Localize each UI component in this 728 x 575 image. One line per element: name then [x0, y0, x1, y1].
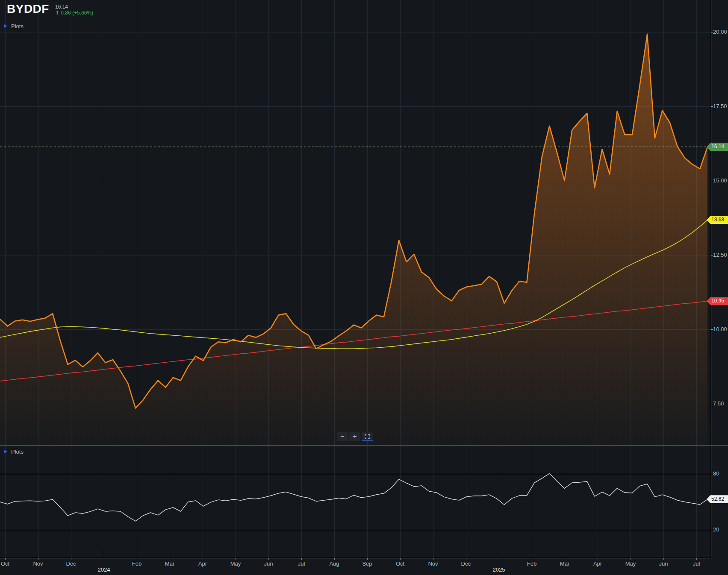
zoom-toolbar: − +: [337, 432, 373, 441]
time-axis-month-label: May: [625, 560, 636, 567]
price-axis-tick-label: 12.50: [713, 252, 727, 258]
time-axis-month-label: Aug: [329, 560, 339, 567]
time-axis-month-label: Jun: [659, 560, 668, 567]
price-label-pill-oscillator-last: 52.62: [707, 495, 728, 503]
time-axis-month-label: Apr: [198, 560, 207, 567]
main-pane-legend-label: Plots: [11, 23, 24, 29]
zoom-out-icon: −: [340, 433, 344, 440]
up-arrow-icon: ⬆: [55, 10, 59, 16]
time-axis-month-label: Dec: [66, 560, 76, 567]
price-label-pill-ma-fast: 13.68: [707, 216, 728, 224]
chart-window: BYDDF 16.14 ⬆ 0.86 (+5.66%) Plots Plots …: [0, 0, 728, 575]
quote-change: ⬆ 0.86 (+5.66%): [55, 10, 93, 16]
symbol-title: BYDDF: [7, 3, 49, 15]
oscillator-axis-tick-label: 20: [713, 526, 719, 533]
price-axis-tick-label: 15.00: [713, 177, 727, 184]
lower-pane-legend[interactable]: Plots: [4, 448, 24, 455]
main-pane-legend[interactable]: Plots: [4, 23, 24, 29]
zoom-in-button[interactable]: +: [349, 432, 360, 441]
quote-block: 16.14 ⬆ 0.86 (+5.66%): [55, 3, 93, 16]
reset-scale-button[interactable]: [362, 432, 373, 441]
quote-last-price: 16.14: [55, 4, 93, 10]
plots-expand-icon[interactable]: [4, 24, 7, 28]
time-axis-month-label: Mar: [560, 560, 569, 567]
price-axis-tick-label: 17.50: [713, 103, 727, 110]
time-axis-month-label: Jul: [693, 560, 700, 567]
oscillator-series: [0, 473, 707, 521]
time-axis-month-label: Oct: [396, 560, 404, 567]
oscillator-axis-tick-label: 80: [713, 470, 719, 477]
time-axis-month-label: Nov: [428, 560, 438, 567]
zoom-out-button[interactable]: −: [337, 432, 348, 441]
time-axis-month-label: Dec: [461, 560, 471, 567]
time-axis-month-label: Jun: [264, 560, 273, 567]
time-axis-month-label: Jul: [298, 560, 305, 567]
time-axis-month-label: Oct: [1, 560, 9, 567]
price-axis-tick-label: 10.00: [713, 326, 727, 333]
time-axis-month-label: Nov: [33, 560, 43, 567]
time-axis-year-label: 2025: [493, 566, 505, 573]
time-axis-year-label: 2024: [98, 566, 110, 573]
active-tool-indicator: [362, 440, 373, 441]
price-label-pill-ma-slow: 10.95: [707, 297, 728, 305]
plots-expand-icon[interactable]: [4, 450, 7, 453]
price-label-pill-last-price: 16.14: [707, 143, 728, 151]
chart-canvas[interactable]: [0, 0, 728, 575]
zoom-in-icon: +: [353, 433, 357, 440]
time-axis-month-label: Mar: [165, 560, 174, 567]
expand-icon: [365, 434, 370, 439]
time-axis-month-label: Apr: [593, 560, 602, 567]
time-axis-month-label: Feb: [527, 560, 536, 567]
time-axis-month-label: May: [230, 560, 241, 567]
price-axis-tick-label: 7.50: [713, 400, 724, 407]
price-axis-tick-label: 20.00: [713, 29, 727, 35]
lower-pane-legend-label: Plots: [11, 449, 24, 455]
symbol-header: BYDDF 16.14 ⬆ 0.86 (+5.66%): [7, 3, 93, 16]
quote-change-text: 0.86 (+5.66%): [61, 10, 93, 16]
time-axis-month-label: Sep: [362, 560, 372, 567]
time-axis-month-label: Feb: [132, 560, 141, 567]
price-area-fill: [0, 34, 707, 445]
